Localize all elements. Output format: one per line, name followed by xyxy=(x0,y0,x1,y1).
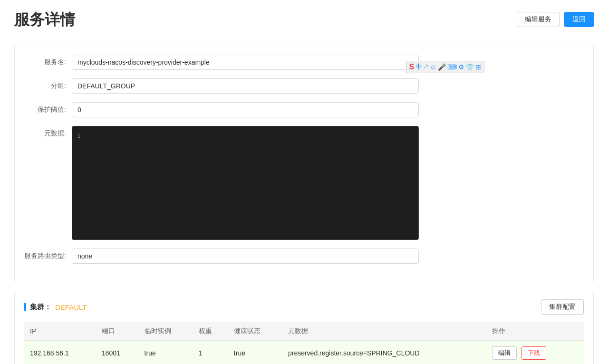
cell-health: true xyxy=(228,341,282,364)
route-type-label: 服务路由类型: xyxy=(24,249,72,260)
cell-weight: 1 xyxy=(193,341,228,364)
group-input[interactable] xyxy=(72,78,419,94)
cluster-config-button[interactable]: 集群配置 xyxy=(541,299,584,315)
service-name-input[interactable] xyxy=(72,55,419,70)
threshold-input[interactable] xyxy=(72,102,419,117)
threshold-row: 保护阈值: xyxy=(24,102,584,117)
cluster-title-text: 集群： xyxy=(30,303,51,312)
col-metadata: 元数据 xyxy=(282,322,486,341)
cluster-header: 集群： DEFAULT 集群配置 xyxy=(24,299,584,315)
group-label: 分组: xyxy=(24,78,72,90)
col-weight: 权重 xyxy=(193,322,228,341)
page-header: 服务详情 编辑服务 返回 xyxy=(14,10,594,30)
cell-ephemeral: true xyxy=(139,341,193,364)
col-ephemeral: 临时实例 xyxy=(139,322,193,341)
metadata-row: 元数据: 1 xyxy=(24,126,584,240)
cluster-name: DEFAULT xyxy=(55,303,87,311)
cluster-title-bar xyxy=(24,303,26,311)
cell-actions: 编辑 下线 xyxy=(486,341,584,364)
table-header-row: IP 端口 临时实例 权重 健康状态 元数据 操作 xyxy=(24,322,584,341)
line-number-1: 1 xyxy=(77,132,81,139)
header-actions: 编辑服务 返回 xyxy=(517,12,594,27)
offline-row-button[interactable]: 下线 xyxy=(521,346,546,360)
table-row: 192.168.56.1 18001 true 1 true preserved… xyxy=(24,341,584,364)
edit-row-button[interactable]: 编辑 xyxy=(492,346,517,360)
route-type-row: 服务路由类型: xyxy=(24,249,584,264)
route-type-input[interactable] xyxy=(72,249,419,264)
service-name-label: 服务名: xyxy=(24,55,72,67)
col-actions: 操作 xyxy=(486,322,584,341)
cell-ip: 192.168.56.1 xyxy=(24,341,96,364)
form-section: 服务名: 分组: 保护阈值: 元数据: 1 服务路由类型: xyxy=(14,45,594,282)
edit-service-button[interactable]: 编辑服务 xyxy=(517,12,560,27)
service-name-row: 服务名: xyxy=(24,55,584,70)
page-title: 服务详情 xyxy=(14,10,75,30)
cell-metadata: preserved.register.source=SPRING_CLOUD xyxy=(282,341,486,364)
cluster-table: IP 端口 临时实例 权重 健康状态 元数据 操作 192.168.56.1 1… xyxy=(24,322,584,364)
metadata-label: 元数据: xyxy=(24,126,72,138)
col-ip: IP xyxy=(24,322,96,341)
threshold-label: 保护阈值: xyxy=(24,102,72,114)
line-numbers: 1 xyxy=(77,131,81,235)
back-button[interactable]: 返回 xyxy=(564,12,594,27)
cell-port: 18001 xyxy=(96,341,139,364)
col-health: 健康状态 xyxy=(228,322,282,341)
cluster-section: 集群： DEFAULT 集群配置 IP 端口 临时实例 权重 健康状态 元数据 … xyxy=(14,292,594,364)
code-content[interactable] xyxy=(88,131,414,235)
group-row: 分组: xyxy=(24,78,584,94)
metadata-editor[interactable]: 1 xyxy=(72,126,419,240)
cluster-title: 集群： DEFAULT xyxy=(24,303,87,312)
col-port: 端口 xyxy=(96,322,139,341)
